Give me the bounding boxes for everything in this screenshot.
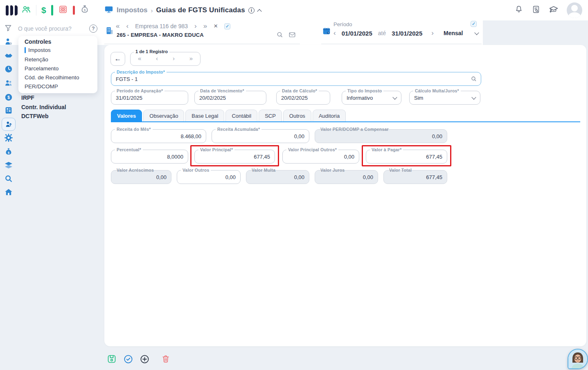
sidebar-layers-icon[interactable] [4, 160, 14, 170]
filter-funnel-icon[interactable] [4, 24, 12, 34]
company-search-icon[interactable] [276, 31, 284, 40]
menu-item-impostos[interactable]: Impostos [25, 47, 51, 53]
menu-item-label: Retenção [25, 56, 48, 63]
field-periodo-apuracao[interactable]: Período de Apuração* 31/01/2025 [111, 91, 188, 105]
field-value: 8,0000 [116, 154, 183, 160]
period-next-button[interactable]: › [431, 29, 434, 37]
record-counter: 1 de 1 Registro [134, 49, 169, 54]
info-icon[interactable]: i [248, 7, 255, 13]
field-search-icon[interactable] [471, 76, 477, 84]
record-next-button[interactable]: › [173, 55, 175, 62]
sidebar-handshake-icon[interactable] [4, 51, 14, 61]
record-first-button[interactable]: « [138, 55, 141, 62]
field-percentual[interactable]: Percentual* 8,0000 [111, 150, 188, 164]
field-valor-principal-outros[interactable]: Valor Principal Outros* 0,00 [282, 150, 359, 164]
field-descricao-imposto[interactable]: Descrição do Imposto* FGTS - 1 [111, 72, 481, 86]
period-frequency[interactable]: Mensal [444, 30, 463, 36]
document-search-icon[interactable] [532, 5, 541, 16]
field-valor-outros[interactable]: Valor Outros 0,00 [177, 170, 241, 184]
field-label: Período de Apuração* [115, 88, 164, 93]
period-until-label: até [378, 30, 386, 36]
menu-item-retencao[interactable]: Retenção [25, 56, 48, 63]
people-module-icon[interactable] [21, 4, 31, 16]
company-first-button[interactable]: « [116, 22, 119, 30]
field-receita-mes[interactable]: Receita do Mês* 8.468,00 [111, 129, 206, 143]
sidebar-person-gear-icon[interactable] [4, 37, 14, 47]
svg-text:$: $ [7, 95, 10, 100]
tab-contabil[interactable]: Contábil [225, 110, 257, 122]
period-dropdown-chevron-icon[interactable] [475, 30, 479, 35]
collapse-chevron-icon[interactable] [257, 9, 261, 13]
period-start-date[interactable]: 01/01/2025 [342, 30, 372, 37]
sidebar-home-icon[interactable] [4, 187, 14, 197]
field-value: FGTS - 1 [116, 76, 476, 82]
tab-valores[interactable]: Valores [111, 110, 142, 122]
company-next-button[interactable]: › [194, 22, 197, 30]
back-button[interactable]: ← [110, 52, 125, 66]
field-label: Tipo do Imposto [346, 88, 383, 93]
field-calculo-multa-juros[interactable]: Cálculo Multa/Juros* Sim [409, 91, 480, 105]
support-chat-avatar[interactable] [568, 349, 588, 369]
company-prev-button[interactable]: ‹ [126, 22, 128, 30]
field-data-calculo[interactable]: Data de Cálculo* 20/02/2025 [276, 91, 330, 105]
company-name: 265 - EMPRESA - MAKRO EDUCA [117, 32, 204, 38]
sidebar-taxes-active-item[interactable] [2, 118, 16, 131]
user-avatar[interactable] [567, 2, 582, 18]
field-label: Receita Acumulada* [216, 127, 261, 132]
field-value: 0,00 [251, 174, 304, 180]
menu-item-cod-recolhimento[interactable]: Cód. de Recolhimento [25, 74, 79, 81]
field-receita-acumulada[interactable]: Receita Acumulada* 0,00 [212, 129, 309, 143]
save-button[interactable] [106, 354, 117, 364]
period-end-date[interactable]: 31/01/2025 [392, 30, 422, 37]
field-value: 20/02/2025 [199, 95, 261, 101]
page-title: Guias de FGTS Unificadas [156, 6, 245, 14]
dollar-module-icon[interactable]: $ [41, 5, 46, 15]
field-tipo-imposto[interactable]: Tipo do Imposto Informativo [342, 91, 401, 105]
field-data-vencimento[interactable]: Data de Vencimento* 20/02/2025 [194, 91, 266, 105]
notifications-bell-icon[interactable] [514, 5, 523, 16]
record-prev-button[interactable]: ‹ [156, 55, 158, 62]
envelope-icon[interactable] [288, 31, 296, 40]
company-last-button[interactable]: » [203, 22, 207, 30]
tab-outros[interactable]: Outros [283, 110, 311, 122]
period-checkbox[interactable]: ✓ [471, 21, 477, 27]
module-shortcut-bar: $ $ [21, 0, 90, 20]
field-label: Data de Vencimento* [198, 88, 246, 93]
record-last-button[interactable]: » [189, 55, 193, 62]
tab-underline [111, 121, 580, 122]
tab-auditoria[interactable]: Auditoria [313, 110, 346, 122]
red-indicator-bar [73, 6, 75, 15]
menu-item-per-dcomp[interactable]: PER/DCOMP [25, 83, 58, 90]
menu-item-dctfweb[interactable]: DCTFWeb [21, 113, 49, 119]
sidebar-money-bag-icon[interactable]: $ [4, 147, 14, 157]
period-prev-button[interactable]: ‹ [333, 29, 336, 37]
delete-button[interactable] [160, 354, 171, 364]
sidebar-settings-gear-icon[interactable] [4, 133, 14, 143]
field-value: 31/01/2025 [116, 95, 183, 101]
company-close-icon[interactable]: × [214, 22, 218, 30]
company-checkbox[interactable]: ✓ [224, 23, 230, 29]
tab-observacao[interactable]: Observação [143, 110, 184, 122]
money-bag-module-icon[interactable]: $ [80, 4, 90, 16]
sidebar-clock-icon[interactable] [4, 64, 14, 74]
confirm-button[interactable] [123, 354, 133, 364]
menu-item-irpf[interactable]: IRPF [21, 94, 34, 101]
breadcrumb-section[interactable]: Impostos [117, 6, 148, 14]
sidebar-search-icon[interactable] [4, 174, 14, 184]
calculator-module-icon[interactable] [58, 4, 68, 16]
menu-item-parcelamento[interactable]: Parcelamento [25, 65, 59, 72]
breadcrumb-separator: › [151, 7, 153, 14]
sidebar-people-icon[interactable] [4, 78, 14, 88]
graduation-cap-icon[interactable] [549, 4, 559, 16]
tab-scp[interactable]: SCP [259, 110, 282, 122]
tab-base-legal[interactable]: Base Legal [185, 110, 224, 122]
record-navigator: 1 de 1 Registro « ‹ › » [130, 52, 201, 66]
menu-item-contr-individual[interactable]: Contr. Individual [21, 104, 66, 110]
sidebar-dollar-icon[interactable]: $ [4, 92, 14, 102]
search-input[interactable] [18, 25, 83, 32]
sidebar-calculator-icon[interactable] [4, 105, 14, 115]
field-value: 0,00 [116, 174, 167, 180]
help-icon[interactable]: ? [89, 25, 97, 33]
tab-bar: Valores Observação Base Legal Contábil S… [111, 110, 346, 122]
add-button[interactable] [139, 354, 150, 364]
